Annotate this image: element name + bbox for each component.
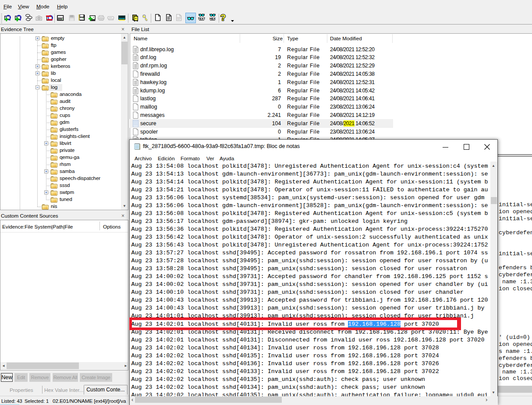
svg-text:HEX: HEX xyxy=(209,17,216,20)
svg-text:TEXT: TEXT xyxy=(198,17,205,20)
svg-text:?: ? xyxy=(220,13,226,22)
svg-text:DIR: DIR xyxy=(177,17,181,19)
